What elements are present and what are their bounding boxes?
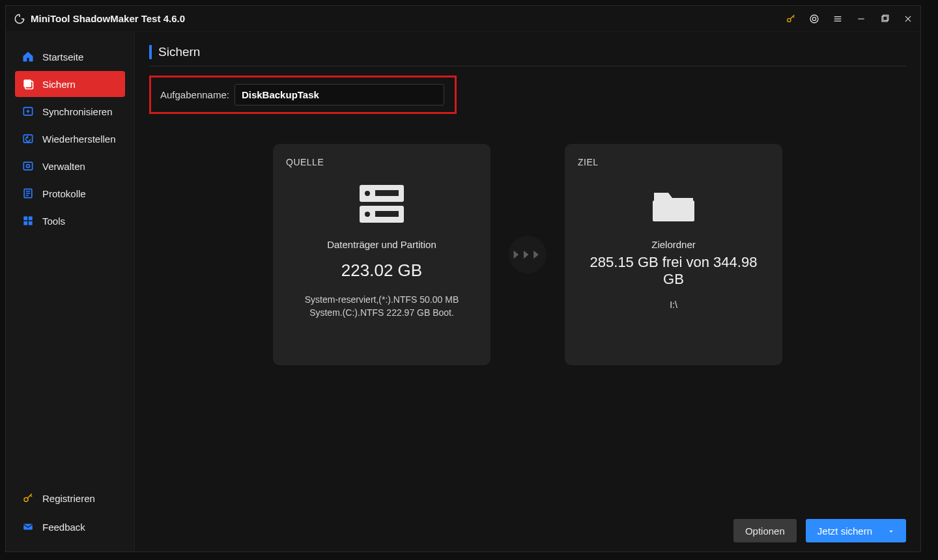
sidebar-item-startseite[interactable]: Startseite [15,44,125,70]
sidebar-item-wiederherstellen[interactable]: Wiederherstellen [15,126,125,152]
backup-icon [21,77,35,91]
source-heading: QUELLE [286,157,477,167]
backup-now-button[interactable]: Jetzt sichern [806,519,906,542]
options-label: Optionen [745,525,785,537]
sidebar-item-label: Wiederherstellen [42,133,116,145]
folder-icon [647,180,700,227]
menu-icon[interactable] [832,13,844,25]
close-icon[interactable] [902,13,914,25]
svg-point-16 [27,165,30,168]
sidebar-item-protokolle[interactable]: Protokolle [15,180,125,206]
svg-rect-24 [29,221,33,225]
svg-point-31 [365,191,370,196]
footer-buttons: Optionen Jetzt sichern [149,509,906,542]
destination-panel[interactable]: ZIEL Zielordner 285.15 GB frei von 344.9… [565,144,782,365]
app-window: MiniTool ShadowMaker Test 4.6.0 [5,5,921,552]
page-title: Sichern [158,45,200,59]
feedback-label: Feedback [42,522,85,533]
logs-icon [21,187,35,200]
minimize-icon[interactable] [855,13,867,25]
sidebar-item-sichern[interactable]: Sichern [15,71,125,97]
sidebar-item-synchronisieren[interactable]: Synchronisieren [15,98,125,124]
sidebar: Startseite Sichern Synchronisieren [6,32,135,552]
svg-rect-15 [23,162,32,170]
app-logo-icon [14,13,25,25]
svg-rect-29 [375,190,399,196]
svg-rect-30 [375,211,399,217]
tools-icon [21,214,35,227]
svg-point-1 [810,15,818,23]
destination-path: I:\ [578,300,769,310]
key-icon[interactable] [785,13,797,25]
sidebar-item-label: Tools [42,216,65,227]
sidebar-item-tools[interactable]: Tools [15,208,125,234]
svg-rect-23 [23,221,27,225]
sidebar-item-label: Sichern [42,79,76,90]
task-name-row: Aufgabenname: [149,76,457,114]
source-detail: System-reserviert,(*:).NTFS 50.00 MB Sys… [286,294,477,319]
destination-subtitle: Zielordner [578,239,769,250]
sidebar-item-verwalten[interactable]: Verwalten [15,153,125,179]
arrow-separator-icon [509,236,547,273]
caret-down-icon [888,525,894,537]
options-button[interactable]: Optionen [733,519,797,542]
destination-free: 285.15 GB frei von 344.98 GB [578,254,769,288]
source-subtitle: Datenträger und Partition [286,239,477,250]
svg-rect-33 [653,201,694,221]
sidebar-item-label: Verwalten [42,161,85,172]
svg-point-2 [812,17,816,20]
task-name-label: Aufgabenname: [160,89,229,100]
sidebar-item-label: Protokolle [42,188,86,199]
task-name-input[interactable] [234,84,444,105]
register-key-icon [21,492,35,505]
manage-icon [21,160,35,173]
source-size: 223.02 GB [286,260,477,281]
svg-rect-26 [23,524,33,530]
page-header: Sichern [149,45,906,66]
source-panel[interactable]: QUELLE Datenträger und Partition 223.02 … [273,144,490,365]
disk-icon [356,180,408,227]
sidebar-item-label: Synchronisieren [42,106,113,117]
main-content: Sichern Aufgabenname: QUELLE [135,32,920,552]
home-icon [21,50,35,63]
sidebar-feedback[interactable]: Feedback [15,514,125,540]
lifebuoy-icon[interactable] [808,13,820,25]
window-title: MiniTool ShadowMaker Test 4.6.0 [31,13,785,24]
restore-icon [21,132,35,145]
window-controls [785,13,914,25]
sidebar-register[interactable]: Registrieren [15,485,125,511]
feedback-mail-icon [21,520,35,533]
destination-heading: ZIEL [578,157,769,167]
sidebar-item-label: Startseite [42,51,83,63]
svg-rect-21 [23,216,27,220]
register-label: Registrieren [42,493,95,504]
svg-point-25 [24,497,28,501]
panels-row: QUELLE Datenträger und Partition 223.02 … [149,144,906,365]
svg-point-0 [788,18,791,21]
sync-icon [21,105,35,118]
titlebar: MiniTool ShadowMaker Test 4.6.0 [6,6,920,32]
backup-now-label: Jetzt sichern [817,525,872,537]
svg-point-32 [365,212,370,217]
svg-rect-22 [29,216,33,220]
maximize-icon[interactable] [879,13,890,25]
header-accent-bar [149,45,152,59]
